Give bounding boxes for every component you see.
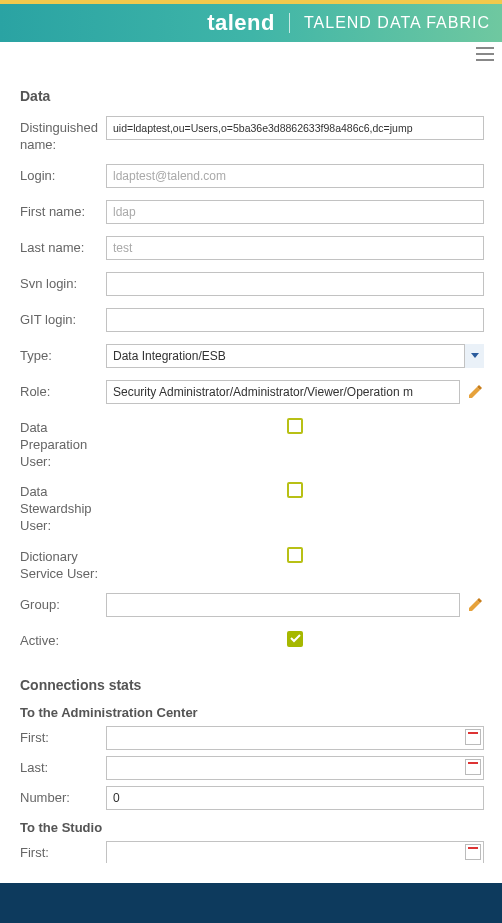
ac-last-input[interactable] <box>106 756 484 780</box>
menu-row <box>0 42 502 66</box>
header-separator <box>289 13 290 33</box>
label-active: Active: <box>20 629 106 650</box>
footer-bar <box>0 883 502 923</box>
dictionary-user-checkbox[interactable] <box>287 547 303 563</box>
active-checkbox[interactable] <box>287 631 303 647</box>
label-st-first: First: <box>20 845 106 860</box>
label-group: Group: <box>20 593 106 614</box>
calendar-icon[interactable] <box>465 729 481 745</box>
label-ac-number: Number: <box>20 790 106 805</box>
label-role: Role: <box>20 380 106 401</box>
calendar-icon[interactable] <box>465 759 481 775</box>
hamburger-menu-icon[interactable] <box>476 47 494 61</box>
calendar-icon[interactable] <box>465 844 481 860</box>
label-type: Type: <box>20 344 106 365</box>
distinguished-name-input[interactable] <box>106 116 484 140</box>
label-ac-last: Last: <box>20 760 106 775</box>
type-select[interactable] <box>106 344 484 368</box>
label-data-steward-user: Data Stewardship User: <box>20 480 106 535</box>
svn-login-input[interactable] <box>106 272 484 296</box>
label-ac-first: First: <box>20 730 106 745</box>
ac-first-input[interactable] <box>106 726 484 750</box>
form-content: Data Distinguished name: Login: First na… <box>0 66 502 863</box>
label-dictionary-user: Dictionary Service User: <box>20 545 106 583</box>
chevron-down-icon[interactable] <box>464 344 484 368</box>
login-input[interactable] <box>106 164 484 188</box>
logo-brand: talend <box>207 10 275 36</box>
edit-role-icon[interactable] <box>466 383 484 401</box>
label-last-name: Last name: <box>20 236 106 257</box>
subheading-studio: To the Studio <box>20 820 484 835</box>
label-distinguished-name: Distinguished name: <box>20 116 106 154</box>
git-login-input[interactable] <box>106 308 484 332</box>
section-title-connections: Connections stats <box>20 677 484 693</box>
label-svn-login: Svn login: <box>20 272 106 293</box>
st-first-input[interactable] <box>106 841 484 863</box>
label-login: Login: <box>20 164 106 185</box>
ac-number-input[interactable] <box>106 786 484 810</box>
subheading-admin-center: To the Administration Center <box>20 705 484 720</box>
group-input[interactable] <box>106 593 460 617</box>
last-name-input[interactable] <box>106 236 484 260</box>
data-prep-user-checkbox[interactable] <box>287 418 303 434</box>
edit-group-icon[interactable] <box>466 596 484 614</box>
section-title-data: Data <box>20 88 484 104</box>
label-first-name: First name: <box>20 200 106 221</box>
first-name-input[interactable] <box>106 200 484 224</box>
role-input[interactable] <box>106 380 460 404</box>
app-header: talend TALEND DATA FABRIC <box>0 4 502 42</box>
product-title: TALEND DATA FABRIC <box>304 14 490 32</box>
data-steward-user-checkbox[interactable] <box>287 482 303 498</box>
label-git-login: GIT login: <box>20 308 106 329</box>
label-data-prep-user: Data Preparation User: <box>20 416 106 471</box>
